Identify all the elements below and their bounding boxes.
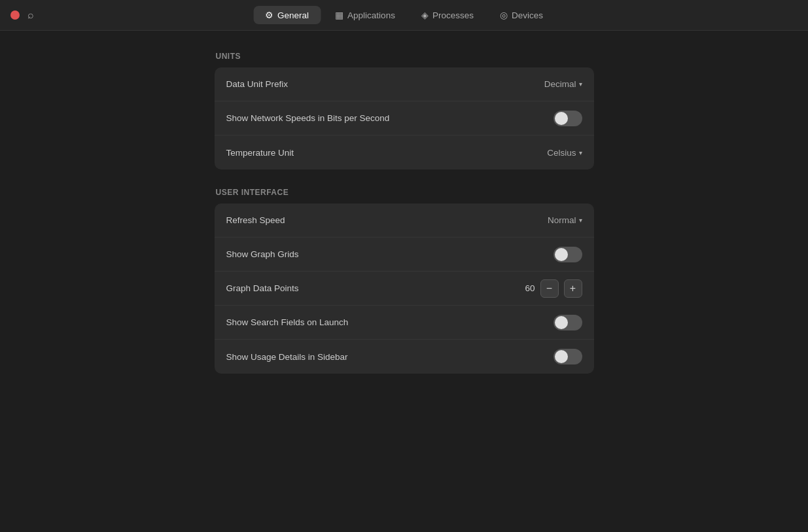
refresh-speed-value: Normal	[548, 215, 576, 225]
tab-processes-label: Processes	[432, 10, 474, 20]
tab-devices-label: Devices	[512, 10, 543, 20]
show-search-fields-control	[553, 315, 582, 330]
graph-data-points-increment[interactable]: +	[564, 279, 582, 298]
main-content: Units Data Unit Prefix Decimal ▾ Show Ne…	[0, 31, 808, 532]
chevron-down-icon: ▾	[579, 149, 582, 156]
topbar: ⌕ ⚙ General ▦ Applications ◈ Processes ◎…	[0, 0, 808, 31]
show-network-speeds-row: Show Network Speeds in Bits per Second	[215, 101, 594, 135]
graph-data-points-label: Graph Data Points	[226, 283, 299, 293]
show-usage-details-row: Show Usage Details in Sidebar	[215, 340, 594, 374]
data-unit-prefix-row: Data Unit Prefix Decimal ▾	[215, 67, 594, 101]
units-section: Units Data Unit Prefix Decimal ▾ Show Ne…	[215, 52, 594, 169]
show-usage-details-toggle[interactable]	[553, 349, 582, 364]
processes-icon: ◈	[421, 10, 429, 20]
graph-data-points-row: Graph Data Points 60 − +	[215, 272, 594, 306]
gear-icon: ⚙	[265, 10, 273, 20]
show-graph-grids-control	[553, 247, 582, 262]
user-interface-section-title: User Interface	[215, 188, 594, 197]
data-unit-prefix-label: Data Unit Prefix	[226, 79, 289, 89]
search-icon: ⌕	[27, 9, 34, 21]
applications-icon: ▦	[335, 10, 343, 20]
chevron-down-icon: ▾	[579, 80, 582, 88]
chevron-down-icon: ▾	[579, 217, 582, 224]
show-search-fields-label: Show Search Fields on Launch	[226, 317, 349, 327]
units-section-title: Units	[215, 52, 594, 61]
tab-applications[interactable]: ▦ Applications	[323, 6, 407, 24]
user-interface-section: User Interface Refresh Speed Normal ▾ Sh…	[215, 188, 594, 374]
tab-applications-label: Applications	[347, 10, 395, 20]
user-interface-card: Refresh Speed Normal ▾ Show Graph Grids …	[215, 204, 594, 374]
show-search-fields-toggle[interactable]	[553, 315, 582, 330]
show-network-speeds-control	[553, 111, 582, 126]
temperature-unit-row: Temperature Unit Celsius ▾	[215, 135, 594, 169]
graph-data-points-decrement[interactable]: −	[540, 279, 559, 298]
show-network-speeds-toggle[interactable]	[553, 111, 582, 126]
show-graph-grids-toggle[interactable]	[553, 247, 582, 262]
search-button[interactable]: ⌕	[27, 9, 34, 21]
devices-icon: ◎	[500, 10, 508, 20]
data-unit-prefix-control: Decimal ▾	[544, 79, 582, 89]
close-button[interactable]	[10, 10, 20, 20]
graph-data-points-value: 60	[519, 283, 535, 293]
tab-processes[interactable]: ◈ Processes	[410, 6, 485, 24]
tab-devices[interactable]: ◎ Devices	[488, 6, 555, 24]
temperature-unit-value: Celsius	[547, 148, 576, 158]
show-search-fields-row: Show Search Fields on Launch	[215, 306, 594, 340]
show-usage-details-label: Show Usage Details in Sidebar	[226, 352, 348, 362]
graph-data-points-stepper: 60 − +	[519, 279, 582, 298]
data-unit-prefix-value: Decimal	[544, 79, 576, 89]
data-unit-prefix-dropdown[interactable]: Decimal ▾	[544, 79, 582, 89]
units-card: Data Unit Prefix Decimal ▾ Show Network …	[215, 67, 594, 169]
refresh-speed-label: Refresh Speed	[226, 215, 285, 225]
tab-general[interactable]: ⚙ General	[253, 6, 321, 24]
refresh-speed-dropdown[interactable]: Normal ▾	[548, 215, 582, 225]
show-graph-grids-label: Show Graph Grids	[226, 249, 299, 259]
refresh-speed-control: Normal ▾	[548, 215, 582, 225]
show-usage-details-control	[553, 349, 582, 364]
show-graph-grids-row: Show Graph Grids	[215, 238, 594, 272]
temperature-unit-control: Celsius ▾	[547, 148, 582, 158]
temperature-unit-label: Temperature Unit	[226, 148, 294, 158]
temperature-unit-dropdown[interactable]: Celsius ▾	[547, 148, 582, 158]
tab-bar: ⚙ General ▦ Applications ◈ Processes ◎ D…	[253, 6, 555, 24]
show-network-speeds-label: Show Network Speeds in Bits per Second	[226, 113, 390, 123]
tab-general-label: General	[277, 10, 309, 20]
refresh-speed-row: Refresh Speed Normal ▾	[215, 204, 594, 238]
